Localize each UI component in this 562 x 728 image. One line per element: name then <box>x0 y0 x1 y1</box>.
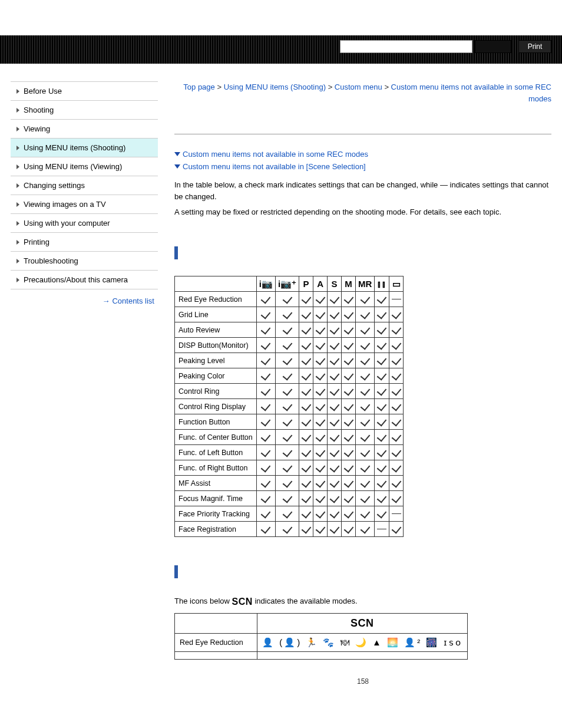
check-icon <box>328 384 342 399</box>
row-label: Function Button <box>175 414 257 430</box>
row-label: Func. of Left Button <box>175 445 257 460</box>
check-icon <box>389 491 404 506</box>
check-icon <box>356 460 375 476</box>
check-icon <box>275 368 299 384</box>
check-icon <box>389 430 404 445</box>
check-icon <box>342 292 356 307</box>
row-label: Auto Review <box>175 322 257 338</box>
sidebar-item-6[interactable]: Viewing images on a TV <box>11 195 158 213</box>
check-icon <box>256 322 275 338</box>
check-icon <box>313 445 328 460</box>
check-icon <box>389 322 404 338</box>
check-icon <box>313 292 328 307</box>
mode-header-MR: MR <box>356 276 375 292</box>
check-icon <box>313 522 328 537</box>
check-icon <box>299 292 313 307</box>
scn-icon: SCN <box>232 597 253 607</box>
check-icon <box>313 414 328 430</box>
check-icon <box>275 522 299 537</box>
check-icon <box>313 338 328 353</box>
check-icon <box>389 399 404 414</box>
row-label: Grid Line <box>175 307 257 322</box>
availability-table: i📷i📷⁺PASMMR⫿⫿▭Red Eye ReductionGrid Line… <box>174 276 404 537</box>
check-icon <box>342 506 356 522</box>
check-icon <box>375 338 389 353</box>
row-label: Peaking Color <box>175 368 257 384</box>
check-icon <box>299 506 313 522</box>
check-icon <box>375 307 389 322</box>
anchor-link-1[interactable]: Custom menu items not available in [Scen… <box>183 162 366 171</box>
sidebar: Before UseShootingViewingUsing MENU item… <box>11 81 158 686</box>
check-icon <box>275 292 299 307</box>
breadcrumb-link-1[interactable]: Using MENU items (Shooting) <box>224 83 326 91</box>
check-icon <box>275 445 299 460</box>
sidebar-item-4[interactable]: Using MENU items (Viewing) <box>11 157 158 176</box>
check-icon <box>342 476 356 491</box>
check-icon <box>275 414 299 430</box>
check-icon <box>256 292 275 307</box>
mode-header-M: M <box>342 276 356 292</box>
check-icon <box>356 338 375 353</box>
mode-header-S: S <box>328 276 342 292</box>
check-icon <box>342 414 356 430</box>
breadcrumb-link-0[interactable]: Top page <box>183 83 215 91</box>
row-label: MF Assist <box>175 476 257 491</box>
check-icon <box>356 368 375 384</box>
check-icon <box>375 445 389 460</box>
check-icon <box>256 491 275 506</box>
check-icon <box>375 292 389 307</box>
sidebar-item-8[interactable]: Printing <box>11 232 158 251</box>
check-icon <box>375 368 389 384</box>
mode-header-Sweep: ⫿⫿ <box>375 276 389 292</box>
check-icon <box>342 460 356 476</box>
check-icon <box>389 445 404 460</box>
check-icon <box>328 307 342 322</box>
section-marker-icon <box>174 565 178 578</box>
scn-mode-icons: 👤 (👤) 🏃 🐾 🍽 🌙 ▲ 🌅 👤² 🎆 ɪꜱᴏ <box>262 637 462 647</box>
check-icon <box>356 384 375 399</box>
contents-list-link[interactable]: Contents list <box>112 297 154 305</box>
check-icon <box>275 384 299 399</box>
check-icon <box>313 430 328 445</box>
intro-text-1: In the table below, a check mark indicat… <box>174 179 551 203</box>
sidebar-item-3[interactable]: Using MENU items (Shooting) <box>11 138 158 157</box>
triangle-down-icon <box>174 164 180 169</box>
check-icon <box>299 430 313 445</box>
search-button[interactable] <box>475 40 511 53</box>
check-icon <box>275 399 299 414</box>
check-icon <box>256 384 275 399</box>
row-label: Control Ring Display <box>175 399 257 414</box>
sidebar-item-10[interactable]: Precautions/About this camera <box>11 270 158 289</box>
check-icon <box>299 353 313 368</box>
print-button[interactable]: Print <box>518 40 551 53</box>
sidebar-item-7[interactable]: Using with your computer <box>11 213 158 232</box>
check-icon <box>256 338 275 353</box>
scn-header-icon: SCN <box>351 617 374 629</box>
sidebar-item-2[interactable]: Viewing <box>11 119 158 138</box>
sidebar-item-1[interactable]: Shooting <box>11 100 158 119</box>
check-icon <box>342 307 356 322</box>
check-icon <box>328 353 342 368</box>
check-icon <box>256 445 275 460</box>
check-icon <box>342 338 356 353</box>
scn-intro: The icons below SCN indicates the availa… <box>174 595 551 610</box>
dash-icon <box>389 506 404 522</box>
breadcrumb-link-3[interactable]: Custom menu items not available in some … <box>391 83 551 103</box>
check-icon <box>313 322 328 338</box>
check-icon <box>299 322 313 338</box>
sidebar-item-9[interactable]: Troubleshooting <box>11 251 158 270</box>
arrow-right-icon: → <box>102 297 110 305</box>
check-icon <box>256 368 275 384</box>
search-input[interactable] <box>340 40 472 53</box>
anchor-link-0[interactable]: Custom menu items not available in some … <box>183 150 368 159</box>
check-icon <box>356 307 375 322</box>
check-icon <box>375 491 389 506</box>
check-icon <box>375 430 389 445</box>
mode-header-P: P <box>299 276 313 292</box>
check-icon <box>356 445 375 460</box>
check-icon <box>256 430 275 445</box>
breadcrumb-link-2[interactable]: Custom menu <box>335 83 382 91</box>
sidebar-item-5[interactable]: Changing settings <box>11 176 158 195</box>
check-icon <box>328 414 342 430</box>
sidebar-item-0[interactable]: Before Use <box>11 81 158 100</box>
